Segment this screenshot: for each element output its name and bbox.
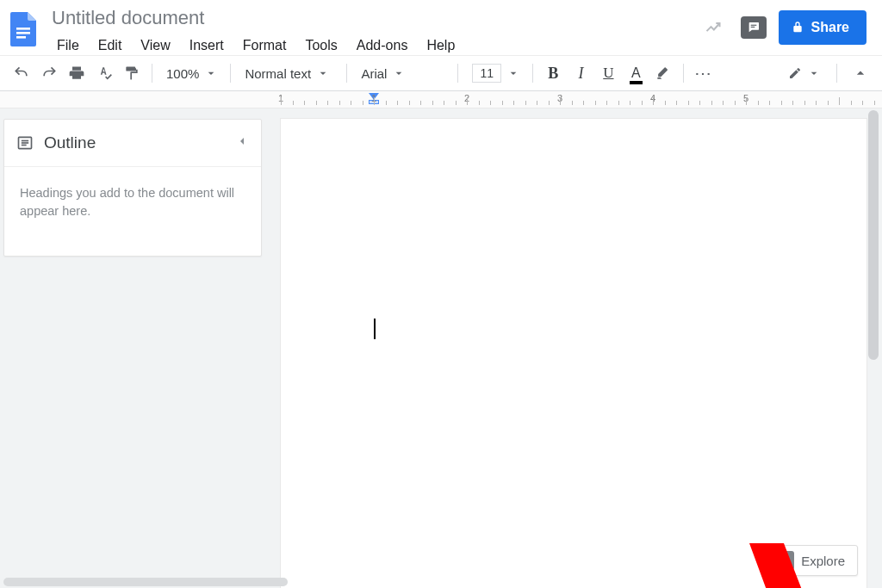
explore-button[interactable]: Explore	[766, 545, 858, 576]
svg-rect-2	[16, 36, 26, 39]
vertical-scrollbar[interactable]	[868, 108, 880, 588]
bold-button[interactable]: B	[540, 60, 566, 86]
collapse-toolbar-button[interactable]	[848, 60, 873, 86]
chevron-down-icon	[316, 66, 330, 80]
svg-rect-0	[16, 28, 30, 30]
italic-button[interactable]: I	[568, 60, 593, 86]
docs-app-icon[interactable]	[7, 7, 41, 52]
spellcheck-button[interactable]	[91, 60, 117, 86]
collapse-outline-button[interactable]	[235, 134, 249, 152]
share-button[interactable]: Share	[779, 10, 866, 45]
toolbar: 100% Normal text Arial 11 B I U A ⋯	[0, 55, 882, 91]
chevron-down-icon	[204, 66, 218, 80]
font-combo[interactable]: Arial	[354, 61, 450, 85]
document-title[interactable]: Untitled document	[48, 5, 208, 31]
document-page[interactable]	[281, 119, 866, 588]
titlebar: Untitled document File Edit View Insert …	[0, 0, 882, 55]
chevron-down-icon	[506, 66, 520, 80]
redo-button[interactable]	[36, 60, 62, 86]
svg-rect-4	[750, 27, 755, 28]
workspace: Outline Headings you add to the document…	[0, 108, 882, 588]
font-size-combo[interactable]: 11	[465, 61, 525, 85]
underline-button[interactable]: U	[595, 60, 621, 86]
font-size-value[interactable]: 11	[472, 64, 501, 83]
zoom-combo[interactable]: 100%	[159, 61, 223, 85]
font-value: Arial	[361, 66, 387, 81]
outline-panel: Outline Headings you add to the document…	[3, 119, 262, 257]
svg-rect-3	[750, 25, 756, 26]
outline-empty-message: Headings you add to the document will ap…	[4, 167, 261, 238]
share-label: Share	[811, 20, 849, 35]
pencil-icon	[788, 66, 802, 80]
activity-icon[interactable]	[698, 12, 729, 43]
comments-icon[interactable]	[741, 16, 767, 39]
style-value: Normal text	[245, 66, 311, 81]
text-color-button[interactable]: A	[623, 60, 649, 86]
explore-label: Explore	[801, 554, 845, 568]
highlight-button[interactable]	[650, 60, 676, 86]
paint-format-button[interactable]	[119, 60, 145, 86]
undo-button[interactable]	[9, 60, 34, 86]
text-cursor	[374, 319, 376, 339]
horizontal-ruler[interactable]: 1 1 2 3 4 5 // draw ticks (function(){ c…	[0, 91, 882, 108]
outline-icon	[16, 134, 34, 152]
chevron-left-icon	[235, 134, 249, 148]
zoom-value: 100%	[166, 66, 199, 81]
print-button[interactable]	[64, 60, 90, 86]
horizontal-scrollbar[interactable]	[0, 578, 749, 586]
editing-mode-button[interactable]	[781, 61, 826, 85]
explore-icon	[775, 551, 794, 570]
chevron-down-icon	[392, 66, 406, 80]
chevron-down-icon	[807, 66, 821, 80]
styles-combo[interactable]: Normal text	[238, 61, 339, 85]
svg-rect-1	[16, 32, 30, 34]
more-tools-button[interactable]: ⋯	[691, 60, 717, 86]
outline-title: Outline	[44, 133, 225, 152]
